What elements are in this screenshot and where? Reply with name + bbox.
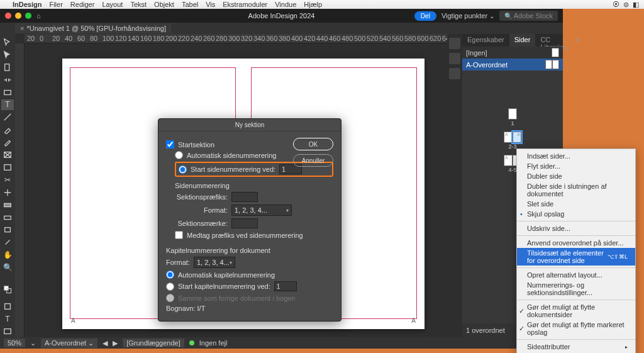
section-prefix-input[interactable] xyxy=(231,192,258,202)
zoom-level[interactable]: 50% xyxy=(4,339,25,347)
hand-tool[interactable]: ✋ xyxy=(1,249,14,261)
start-chapter-radio[interactable] xyxy=(166,283,174,291)
ctx-print-page[interactable]: Udskriv side... xyxy=(517,223,635,233)
free-transform-tool[interactable] xyxy=(1,187,14,198)
zoom-arrows[interactable]: ⌄ xyxy=(30,339,36,347)
pen-tool[interactable] xyxy=(1,124,14,135)
screen-mode[interactable] xyxy=(1,326,14,337)
start-pagenum-radio[interactable] xyxy=(179,165,187,174)
pagenum-format-select[interactable]: 1, 2, 3, 4... xyxy=(231,205,292,216)
master-a-overordnet[interactable]: A-Overordnet xyxy=(462,59,563,70)
ctx-duplicate-page[interactable]: Dubler side xyxy=(517,171,635,181)
adobe-stock-search[interactable]: 🔍 Adobe Stock xyxy=(499,11,558,21)
start-section-checkbox[interactable] xyxy=(166,140,174,148)
tab-egenskaber[interactable]: Egenskaber xyxy=(462,34,509,47)
svg-rect-10 xyxy=(4,329,11,334)
menubar-icon-1[interactable]: ⦿ xyxy=(613,1,619,9)
chapter-format-select[interactable]: 1, 2, 3, 4... xyxy=(194,257,235,268)
ctx-page-attributes[interactable]: Sideattributter xyxy=(517,342,635,352)
ctx-create-alt-layout[interactable]: Opret alternativt layout... xyxy=(517,270,635,280)
ctx-hide-spread[interactable]: Skjul opslag xyxy=(517,209,635,219)
ctx-move-pages[interactable]: Flyt sider... xyxy=(517,161,635,171)
menu-tabel[interactable]: Tabel xyxy=(182,1,198,8)
layer-indicator[interactable]: [Grundlæggende] xyxy=(123,339,184,347)
type-tool[interactable]: T xyxy=(1,99,14,111)
eyedropper-tool[interactable] xyxy=(1,237,14,249)
pencil-tool[interactable] xyxy=(1,137,14,148)
menu-layout[interactable]: Layout xyxy=(102,1,123,8)
window-controls[interactable] xyxy=(0,13,31,19)
master-none[interactable]: [Ingen] xyxy=(462,47,563,59)
auto-pagenum-radio[interactable] xyxy=(175,151,183,159)
app-menu[interactable]: InDesign xyxy=(13,1,42,8)
close-tab-icon[interactable]: × xyxy=(20,25,24,32)
nav-next[interactable]: ▶ xyxy=(113,339,118,347)
direct-selection-tool[interactable] xyxy=(1,49,14,60)
same-prev-radio xyxy=(166,294,174,302)
menubar-icon-3[interactable]: ◧ xyxy=(633,1,639,9)
ctx-delete-page[interactable]: Slet side xyxy=(517,199,635,209)
gradient-swatch-tool[interactable] xyxy=(1,199,14,211)
tab-sider[interactable]: Sider xyxy=(509,34,536,47)
chapter-section-head: Kapitelnummerering for dokument xyxy=(166,247,333,254)
nav-prev[interactable]: ◀ xyxy=(103,339,108,347)
selection-tool[interactable] xyxy=(1,36,14,48)
properties-panel-icon[interactable] xyxy=(449,38,460,49)
tab-cc-libraries[interactable]: CC Libraries xyxy=(535,34,572,47)
menu-rediger[interactable]: Rediger xyxy=(70,1,95,8)
svg-rect-9 xyxy=(5,304,11,310)
ctx-numbering-options[interactable]: Nummererings- og sektionsindstillinger..… xyxy=(517,280,635,298)
ctx-insert-pages[interactable]: Indsæt sider... xyxy=(517,151,635,161)
document-tab[interactable]: ×*Unavngivet 1 @ 50% [GPU-forhåndsvisnin… xyxy=(15,23,171,33)
formatting-affects-container[interactable] xyxy=(1,301,14,312)
preflight-status-icon[interactable] xyxy=(189,340,194,345)
menu-vis[interactable]: Vis xyxy=(206,1,215,8)
workspace-switcher[interactable]: Vigtige punkter ⌄ xyxy=(441,12,494,20)
panel-menu-icon[interactable]: ≡ xyxy=(572,34,584,47)
svg-rect-0 xyxy=(5,64,9,71)
section-marker-input[interactable] xyxy=(231,218,258,228)
formatting-affects-text[interactable]: T xyxy=(1,313,14,325)
note-tool[interactable] xyxy=(1,225,14,236)
page-nav[interactable]: A-Overordnet ⌄ xyxy=(41,339,97,348)
rectangle-frame-tool[interactable] xyxy=(1,149,14,160)
svg-rect-4 xyxy=(4,203,11,206)
ctx-override-shortcut: ⌥⇧⌘L xyxy=(608,254,628,260)
content-collector-tool[interactable] xyxy=(1,87,14,98)
home-icon[interactable]: ⌂ xyxy=(36,12,41,20)
menu-ekstra[interactable]: Ekstramoduler xyxy=(223,1,267,8)
cc-libraries-panel-icon[interactable] xyxy=(449,68,460,79)
ctx-allow-selected-spread-shuffle[interactable]: Gør det muligt at flytte markeret opslag xyxy=(517,320,635,337)
ctx-duplicate-page-end[interactable]: Dubler side i slutningen af dokumentet xyxy=(517,181,635,199)
zoom-tool[interactable]: 🔍 xyxy=(1,262,14,273)
ctx-allow-doc-pages-shuffle[interactable]: Gør det muligt at flytte dokumentsider xyxy=(517,302,635,320)
ctx-apply-master[interactable]: Anvend oroverordnet på sider... xyxy=(517,238,635,248)
include-prefix-checkbox[interactable] xyxy=(175,231,183,239)
pages-panel-icon[interactable] xyxy=(449,53,460,64)
menu-tekst[interactable]: Tekst xyxy=(130,1,147,8)
page-1-thumb[interactable] xyxy=(508,108,517,120)
horizontal-ruler[interactable]: 2002040608010012014016018020022024026028… xyxy=(25,34,447,43)
fill-stroke-proxy[interactable] xyxy=(1,281,14,297)
auto-chapter-radio[interactable] xyxy=(166,271,174,279)
page-tool[interactable] xyxy=(1,62,14,73)
ctx-override-master-items[interactable]: Tilsidesæt alle elementer for overordnet… xyxy=(517,248,635,266)
menu-hjaelp[interactable]: Hjælp xyxy=(304,1,322,8)
spread-2-3[interactable]: AA xyxy=(462,132,563,143)
cancel-button[interactable]: Annuller xyxy=(293,154,333,167)
ok-button[interactable]: OK xyxy=(293,138,333,150)
rectangle-tool[interactable] xyxy=(1,162,14,173)
share-button[interactable]: Del xyxy=(414,11,436,21)
gradient-feather-tool[interactable] xyxy=(1,212,14,223)
menu-vindue[interactable]: Vindue xyxy=(275,1,296,8)
start-chapter-label: Start kapitelnummerering ved: xyxy=(178,283,270,290)
menu-objekt[interactable]: Objekt xyxy=(154,1,174,8)
line-tool[interactable] xyxy=(1,111,14,123)
start-chapter-input[interactable] xyxy=(274,281,297,291)
gap-tool[interactable] xyxy=(1,74,14,86)
menubar-icon-2[interactable]: ⊜ xyxy=(623,1,629,9)
vertical-ruler[interactable] xyxy=(15,43,25,337)
menu-filer[interactable]: Filer xyxy=(49,1,62,8)
chapter-format-label: Format: xyxy=(166,259,190,266)
scissors-tool[interactable]: ✂ xyxy=(1,174,14,186)
